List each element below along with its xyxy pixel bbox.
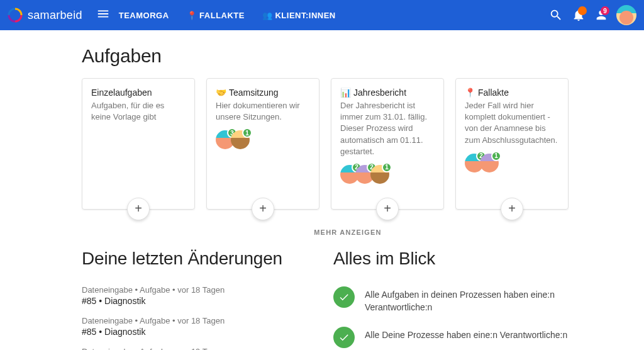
overview-col: Alles im Blick Alle Aufgaben in deinen P…	[333, 249, 585, 350]
task-card[interactable]: 📊JahresberichtDer Jahresbericht ist imme…	[331, 78, 444, 210]
search-icon	[549, 8, 563, 22]
recent-item-title: #85 • Diagnostik	[82, 327, 308, 337]
recent-item[interactable]: Dateneingabe • Aufgabe • vor 18 Tagen#85…	[82, 280, 308, 311]
brand-name: samarbeid	[28, 9, 82, 22]
task-card-text: Aufgaben, für die es keine Vorlage gibt	[91, 100, 186, 123]
recent-item[interactable]: Dateneingabe • Aufgabe • vor 18 Tagen#85…	[82, 311, 308, 342]
avatar-count-badge: 1	[491, 151, 501, 161]
primary-nav: TEAMORGA 📍FALLAKTE 👥KLIENT:INNEN	[119, 11, 336, 20]
pin-icon: 📍	[187, 11, 197, 20]
task-card-text: Jeder Fall wird hier komplett dokumentie…	[465, 100, 559, 146]
hamburger-icon[interactable]	[96, 7, 110, 23]
notification-dot	[578, 6, 587, 15]
task-card-title: 📍Fallakte	[465, 88, 559, 98]
member-avatar[interactable]: 1	[480, 154, 499, 172]
avatar-row: 31	[216, 130, 310, 149]
app-bar: samarbeid TEAMORGA 📍FALLAKTE 👥KLIENT:INN…	[0, 0, 644, 30]
recent-item-title: #85 • Diagnostik	[82, 296, 308, 306]
user-avatar[interactable]	[616, 5, 636, 25]
task-card[interactable]: 🤝TeamsitzungHier dokumentieren wir unser…	[206, 78, 319, 210]
recent-list: Dateneingabe • Aufgabe • vor 18 Tagen#85…	[82, 280, 308, 350]
section-overview-title: Alles im Blick	[333, 249, 585, 269]
recent-item-meta: Dateneingabe • Aufgabe • vor 18 Tagen	[82, 285, 308, 295]
show-more-link[interactable]: MEHR ANZEIGEN	[82, 229, 614, 236]
card-emoji-icon: 🤝	[216, 88, 226, 98]
member-avatar[interactable]: 1	[231, 130, 250, 149]
recent-item[interactable]: Dateneingabe • Aufgabe • vor 19 Tagen#85…	[82, 342, 308, 350]
status-row: Alle Deine Prozesse haben eine:n Verantw…	[333, 320, 585, 350]
recent-item-meta: Dateneingabe • Aufgabe • vor 19 Tagen	[82, 347, 308, 350]
avatar-count-badge: 1	[382, 162, 392, 172]
account-badge: 9	[601, 6, 609, 15]
status-ok-icon	[333, 327, 355, 348]
add-task-button[interactable]: +	[127, 198, 150, 220]
status-text: Alle Aufgaben in deinen Prozessen haben …	[365, 286, 585, 314]
people-icon: 👥	[262, 11, 273, 20]
avatar-count-badge: 1	[242, 128, 252, 138]
task-card-text: Hier dokumentieren wir unsere Sitzungen.	[216, 100, 310, 123]
logo-icon	[8, 8, 23, 23]
recent-changes-col: Deine letzten Änderungen Dateneingabe • …	[82, 249, 308, 350]
add-task-button[interactable]: +	[252, 198, 274, 220]
task-card-title: 📊Jahresbericht	[340, 88, 435, 98]
task-card[interactable]: 📍FallakteJeder Fall wird hier komplett d…	[455, 78, 569, 210]
nav-teamorga[interactable]: TEAMORGA	[119, 11, 169, 20]
card-emoji-icon: 📊	[340, 88, 351, 98]
nav-klient[interactable]: 👥KLIENT:INNEN	[262, 11, 336, 20]
overview-list: Alle Aufgaben in deinen Prozessen haben …	[333, 280, 585, 350]
status-ok-icon	[333, 286, 355, 308]
page-content: Aufgaben EinzelaufgabenAufgaben, für die…	[0, 30, 644, 350]
member-avatar[interactable]: 1	[370, 165, 389, 184]
add-task-button[interactable]: +	[501, 198, 523, 220]
section-tasks-title: Aufgaben	[82, 45, 614, 67]
card-emoji-icon: 📍	[465, 88, 475, 98]
account-button[interactable]: 9	[590, 4, 613, 26]
task-card-title: Einzelaufgaben	[91, 88, 186, 98]
notifications-button[interactable]	[567, 4, 590, 26]
task-card-text: Der Jahresbericht ist immer zum 31.01. f…	[340, 100, 435, 157]
columns: Deine letzten Änderungen Dateneingabe • …	[82, 249, 614, 350]
avatar-row: 221	[340, 165, 435, 184]
nav-fallakte[interactable]: 📍FALLAKTE	[187, 11, 245, 20]
recent-item-meta: Dateneingabe • Aufgabe • vor 18 Tagen	[82, 316, 308, 325]
search-button[interactable]	[545, 4, 567, 26]
status-text: Alle Deine Prozesse haben eine:n Verantw…	[365, 327, 567, 341]
task-card[interactable]: EinzelaufgabenAufgaben, für die es keine…	[82, 78, 195, 210]
avatar-row: 21	[465, 154, 559, 172]
status-row: Alle Aufgaben in deinen Prozessen haben …	[333, 280, 585, 320]
brand-block[interactable]: samarbeid	[8, 8, 82, 23]
task-cards-row: EinzelaufgabenAufgaben, für die es keine…	[82, 78, 614, 210]
section-recent-title: Deine letzten Änderungen	[82, 249, 308, 269]
task-card-title: 🤝Teamsitzung	[216, 88, 310, 98]
add-task-button[interactable]: +	[376, 198, 399, 220]
